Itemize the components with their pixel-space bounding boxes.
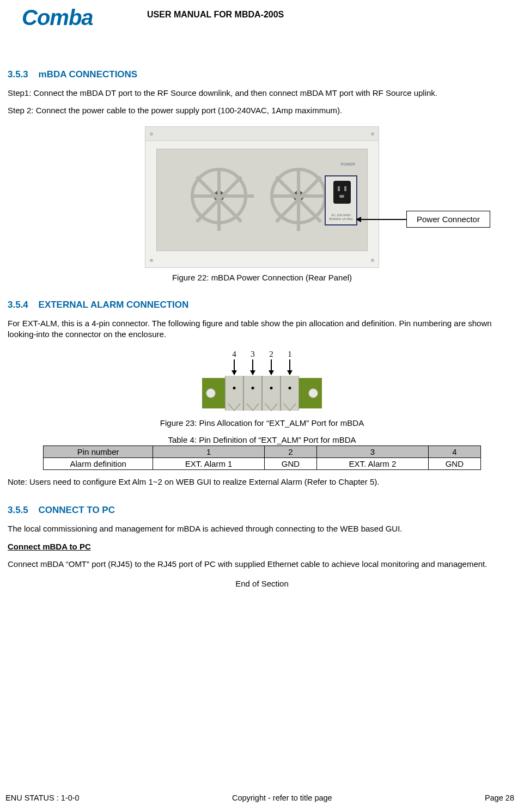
step1-text: Step1: Connect the mBDA DT port to the R… <box>8 88 516 99</box>
table-cell: Pin number <box>44 446 153 458</box>
table-cell: EXT. Alarm 1 <box>153 458 264 470</box>
table-cell: Alarm definition <box>44 458 153 470</box>
table-pin-definition: Pin number 1 2 3 4 Alarm definition EXT.… <box>43 445 480 470</box>
figure-22: POWER AC 100-240V 50/60Hz 1A Max Power C… <box>8 126 516 270</box>
table-cell: 4 <box>429 446 480 458</box>
section-355-para2: Connect mBDA “OMT” port (RJ45) to the RJ… <box>8 559 516 570</box>
pin-num-1: 1 <box>281 350 299 359</box>
table-cell: 2 <box>265 446 316 458</box>
figure-23: 4 3 2 1 <box>8 350 516 415</box>
mount-hole-icon <box>206 388 216 398</box>
table-cell: GND <box>429 458 480 470</box>
power-plug-icon <box>333 181 351 204</box>
logo: Comba <box>22 5 120 30</box>
page-footer: ENU STATUS : 1-0-0 Copyright - refer to … <box>5 793 514 802</box>
power-connector-area: AC 100-240V 50/60Hz 1A Max <box>325 175 357 225</box>
figure-23-caption: Figure 23: Pins Allocation for “EXT_ALM”… <box>8 418 516 428</box>
callout-label: Power Connector <box>406 211 490 228</box>
power-label: POWER <box>341 162 355 166</box>
pin-num-2: 2 <box>262 350 281 359</box>
table-cell: EXT. Alarm 2 <box>316 458 428 470</box>
pins-block <box>225 376 299 411</box>
callout-arrow-icon <box>360 219 406 220</box>
heading-num: 3.5.3 <box>8 69 28 80</box>
heading-355: 3.5.5 CONNECT TO PC <box>8 505 516 516</box>
arrow-down-icon <box>252 359 253 375</box>
heading-num: 3.5.4 <box>8 300 28 310</box>
footer-center: Copyright - refer to title page <box>232 793 332 802</box>
table-4-caption: Table 4: Pin Definition of “EXT_ALM” Por… <box>8 435 516 444</box>
step2-text: Step 2: Connect the power cable to the p… <box>8 105 516 116</box>
section-355-para1: The local commissioning and management f… <box>8 523 516 534</box>
page-header: Comba USER MANUAL FOR MBDA-200S <box>5 0 519 30</box>
section-354-para: For EXT-ALM, this is a 4-pin connector. … <box>8 318 516 340</box>
power-rating-text: AC 100-240V 50/60Hz 1A Max <box>328 213 354 221</box>
heading-354: 3.5.4 EXTERNAL ALARM CONNECTION <box>8 300 516 310</box>
arrow-down-icon <box>289 359 290 375</box>
arrow-down-icon <box>271 359 272 375</box>
logo-text: Comba <box>22 5 93 29</box>
table-cell: GND <box>265 458 316 470</box>
footer-left: ENU STATUS : 1-0-0 <box>5 793 80 802</box>
arrow-down-icon <box>234 359 235 375</box>
pin-num-3: 3 <box>243 350 262 359</box>
table-cell: 1 <box>153 446 264 458</box>
doc-title: USER MANUAL FOR MBDA-200S <box>147 10 284 20</box>
end-of-section: End of Section <box>8 578 516 589</box>
fan-icon <box>191 168 247 224</box>
device-rear-panel-illustration: POWER AC 100-240V 50/60Hz 1A Max <box>145 126 379 268</box>
table-cell: 3 <box>316 446 428 458</box>
heading-title: mBDA CONNECTIONS <box>39 69 138 80</box>
section-355-subhead: Connect mBDA to PC <box>8 542 91 551</box>
section-354-note: Note: Users need to configure Ext Alm 1~… <box>8 477 516 487</box>
heading-title: EXTERNAL ALARM CONNECTION <box>39 300 189 310</box>
footer-right: Page 28 <box>485 793 514 802</box>
mount-hole-icon <box>308 388 318 398</box>
figure-22-caption: Figure 22: mBDA Power Connection (Rear P… <box>8 273 516 282</box>
pin-num-4: 4 <box>225 350 243 359</box>
heading-353: 3.5.3 mBDA CONNECTIONS <box>8 69 516 80</box>
heading-title: CONNECT TO PC <box>39 505 115 515</box>
heading-num: 3.5.5 <box>8 505 28 515</box>
fan-icon <box>270 168 327 224</box>
